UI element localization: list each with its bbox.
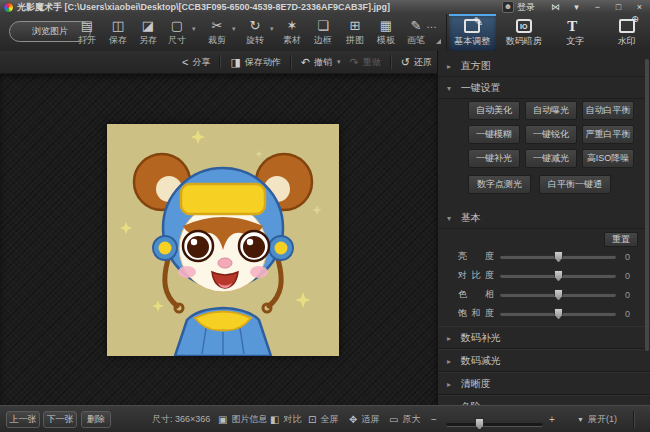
section-digital-dim-light[interactable]: ▸ 数码减光 [438, 349, 650, 372]
save-as-button[interactable]: ◪ 另存 [133, 18, 163, 47]
saturation-slider-thumb[interactable] [554, 308, 563, 320]
saturation-slider[interactable] [500, 312, 616, 316]
material-icon: ✶ [277, 18, 307, 33]
hue-slider-thumb[interactable] [554, 289, 563, 301]
save-icon: ◫ [103, 18, 133, 33]
template-icon: ▦ [371, 18, 401, 33]
contrast-slider-thumb[interactable] [554, 270, 563, 282]
auto-beautify-button[interactable]: 自动美化 [468, 101, 520, 120]
material-button[interactable]: ✶ 素材 [277, 18, 307, 47]
hue-value: 0 [625, 290, 630, 300]
resize-button[interactable]: ▢ 尺寸 [162, 18, 192, 47]
redo-icon: ↷ [350, 56, 359, 69]
panel-scrollbar[interactable] [645, 59, 649, 351]
spot-metering-button[interactable]: 数字点测光 [468, 175, 531, 194]
restore-button[interactable]: ↺ 还原 [401, 56, 432, 69]
expand-queue-button[interactable]: ▼ 展开(1) [577, 406, 617, 432]
fit-screen-button[interactable]: ✥ 适屏 [349, 406, 379, 432]
section-digital-fill-light[interactable]: ▸ 数码补光 [438, 326, 650, 349]
prev-image-button[interactable]: 上一张 [6, 411, 40, 428]
frame-button[interactable]: ❏ 边框 [308, 18, 338, 47]
close-icon[interactable]: × [629, 1, 650, 14]
high-iso-denoise-button[interactable]: 高ISO降噪 [582, 149, 634, 168]
contrast-slider[interactable] [500, 274, 616, 278]
original-size-button[interactable]: ▭ 原大 [389, 406, 420, 432]
rotate-icon: ↻ [240, 18, 270, 33]
crop-button[interactable]: ✂ 裁剪 [202, 18, 232, 47]
severe-white-balance-button[interactable]: 严重白平衡 [582, 125, 634, 144]
canvas-area[interactable] [0, 74, 437, 405]
one-key-fill-light-button[interactable]: 一键补光 [468, 149, 520, 168]
tab-text[interactable]: T 文字 [552, 14, 599, 51]
open-button[interactable]: ▤ 打开 [72, 18, 102, 47]
save-button[interactable]: ◫ 保存 [103, 18, 133, 47]
section-levels[interactable]: ▸ 色阶 [438, 395, 650, 405]
tab-digital-darkroom[interactable]: IO 数码暗房 [501, 14, 548, 51]
brightness-slider-thumb[interactable] [554, 251, 563, 263]
hue-slider[interactable] [500, 293, 616, 297]
maximize-icon[interactable]: □ [608, 1, 629, 14]
save-action-button[interactable]: ◨ 保存动作 [230, 56, 280, 69]
zoom-out-button[interactable]: − [431, 406, 437, 432]
fullscreen-button[interactable]: ⊡ 全屏 [308, 406, 338, 432]
brightness-label: 亮 度 [458, 250, 494, 263]
rotate-button[interactable]: ↻ 旋转 [240, 18, 270, 47]
white-balance-one-key-button[interactable]: 白平衡一键通 [539, 175, 611, 194]
collage-button[interactable]: ⊞ 拼图 [340, 18, 370, 47]
undo-icon: ↶ [301, 56, 310, 69]
section-histogram[interactable]: ▸ 直方图 [438, 55, 650, 77]
auto-white-balance-button[interactable]: 自动白平衡 [582, 101, 634, 120]
one-key-dim-light-button[interactable]: 一键减光 [525, 149, 577, 168]
divider [219, 55, 221, 69]
minus-icon: − [431, 414, 437, 425]
contrast-label: 对比度 [458, 269, 494, 282]
compare-button[interactable]: ◧ 对比 [270, 406, 301, 432]
undo-dropdown-icon[interactable]: ▾ [337, 58, 341, 66]
zoom-slider-thumb[interactable] [475, 418, 484, 430]
tab-watermark[interactable]: ⊕ 水印 [604, 14, 650, 51]
template-button[interactable]: ▦ 模板 [371, 18, 401, 47]
chevron-right-icon: ▸ [447, 56, 458, 77]
zoom-in-button[interactable]: + [549, 406, 555, 432]
one-key-blur-button[interactable]: 一键模糊 [468, 125, 520, 144]
one-key-sharpen-button[interactable]: 一键锐化 [525, 125, 577, 144]
next-image-button[interactable]: 下一张 [43, 411, 77, 428]
delete-image-button[interactable]: 删除 [81, 411, 111, 428]
image-info-button[interactable]: ▣ 图片信息 [218, 406, 267, 432]
ellipsis-icon: … [426, 18, 438, 30]
crop-dropdown-icon[interactable]: ▾ [232, 25, 236, 33]
section-one-key-settings[interactable]: ▾ 一键设置 [438, 77, 650, 99]
window-controls: ⋈ ▾ − □ × [545, 1, 650, 14]
section-clarity[interactable]: ▸ 清晰度 [438, 372, 650, 395]
undo-button[interactable]: ↶ 撤销 ▾ [301, 56, 341, 69]
photo-image[interactable] [107, 124, 339, 356]
original-size-icon: ▭ [389, 414, 398, 425]
resize-icon: ▢ [162, 18, 192, 33]
minimize-icon[interactable]: − [587, 1, 608, 14]
adjust-panel: ▸ 直方图 ▾ 一键设置 自动美化 自动曝光 自动白平衡 一键模糊 一键锐化 严… [437, 51, 650, 405]
reset-button[interactable]: 重置 [604, 232, 638, 247]
resize-dropdown-icon[interactable]: ▾ [192, 25, 196, 33]
main-menu-icon[interactable]: ▾ [566, 1, 587, 14]
login-button[interactable]: ☻ 登录 [502, 1, 535, 14]
tab-basic-adjust[interactable]: ✎ 基本调整 [449, 14, 496, 51]
auto-exposure-button[interactable]: 自动曝光 [525, 101, 577, 120]
section-basic[interactable]: ▾ 基本 [438, 207, 650, 229]
brightness-slider[interactable] [500, 255, 616, 259]
rotate-dropdown-icon[interactable]: ▾ [270, 25, 274, 33]
redo-button[interactable]: ↷ 重做 [350, 56, 381, 69]
chevron-right-icon: ▸ [447, 328, 458, 349]
caret-down-icon: ▼ [577, 416, 584, 423]
share-button[interactable]: < 分享 [182, 56, 210, 69]
divider [290, 55, 292, 69]
watermark-icon: ⊕ [619, 19, 635, 33]
camera-icon: IO [516, 19, 532, 33]
zoom-slider[interactable] [446, 423, 543, 427]
toolbar-overflow-button[interactable]: … [426, 20, 442, 46]
divider [633, 411, 635, 428]
skin-icon[interactable]: ⋈ [545, 1, 566, 14]
divider [390, 55, 392, 69]
user-avatar-icon: ☻ [502, 1, 514, 13]
hue-row: 色 相 0 [438, 285, 650, 304]
chevron-down-icon: ▾ [447, 78, 458, 99]
